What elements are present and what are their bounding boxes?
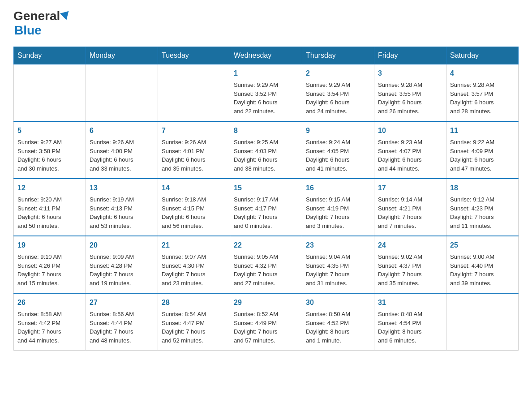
- weekday-header-tuesday: Tuesday: [158, 47, 230, 64]
- day-number: 15: [234, 183, 298, 193]
- day-number: 29: [234, 297, 298, 308]
- calendar-cell: 26Sunrise: 8:58 AMSunset: 4:42 PMDayligh…: [14, 293, 86, 351]
- day-info: Daylight: 6 hours: [450, 155, 515, 164]
- day-info: and 6 minutes.: [378, 336, 442, 345]
- day-info: and 0 minutes.: [234, 222, 298, 231]
- day-info: and 1 minute.: [306, 336, 370, 345]
- day-info: and 15 minutes.: [17, 279, 82, 288]
- calendar-body: 1Sunrise: 9:29 AMSunset: 3:52 PMDaylight…: [14, 64, 519, 351]
- calendar-cell: 22Sunrise: 9:05 AMSunset: 4:32 PMDayligh…: [230, 236, 302, 293]
- calendar-table: SundayMondayTuesdayWednesdayThursdayFrid…: [13, 47, 519, 351]
- day-info: Sunset: 4:52 PM: [306, 319, 370, 328]
- day-info: and 7 minutes.: [378, 222, 442, 231]
- day-info: Sunrise: 9:12 AM: [450, 195, 515, 204]
- logo-triangle-icon: [60, 11, 71, 21]
- calendar-cell: 17Sunrise: 9:14 AMSunset: 4:21 PMDayligh…: [374, 179, 446, 236]
- day-info: Sunset: 4:13 PM: [90, 204, 154, 213]
- weekday-header-sunday: Sunday: [14, 47, 86, 64]
- day-info: Daylight: 8 hours: [378, 327, 442, 336]
- calendar-cell: 30Sunrise: 8:50 AMSunset: 4:52 PMDayligh…: [302, 293, 374, 351]
- day-info: and 27 minutes.: [234, 279, 298, 288]
- calendar-cell: 4Sunrise: 9:28 AMSunset: 3:57 PMDaylight…: [446, 64, 519, 122]
- calendar-cell: 10Sunrise: 9:23 AMSunset: 4:07 PMDayligh…: [374, 121, 446, 179]
- day-info: Sunset: 3:54 PM: [306, 90, 370, 98]
- day-info: Daylight: 6 hours: [162, 155, 226, 164]
- day-info: Daylight: 7 hours: [17, 327, 82, 336]
- day-info: Daylight: 6 hours: [90, 155, 154, 164]
- day-info: Daylight: 6 hours: [306, 98, 370, 107]
- day-info: and 28 minutes.: [450, 107, 515, 116]
- day-info: and 26 minutes.: [378, 107, 442, 116]
- day-number: 30: [306, 297, 370, 308]
- day-info: Daylight: 7 hours: [378, 213, 442, 222]
- weekday-header-wednesday: Wednesday: [230, 47, 302, 64]
- page-header: GeneralBlue: [13, 9, 519, 38]
- day-info: Daylight: 7 hours: [306, 270, 370, 279]
- day-info: Sunrise: 8:54 AM: [162, 310, 226, 319]
- day-info: Daylight: 6 hours: [306, 155, 370, 164]
- calendar-cell: 24Sunrise: 9:02 AMSunset: 4:37 PMDayligh…: [374, 236, 446, 293]
- calendar-cell: 23Sunrise: 9:04 AMSunset: 4:35 PMDayligh…: [302, 236, 374, 293]
- day-info: Daylight: 6 hours: [17, 155, 82, 164]
- day-info: Daylight: 6 hours: [90, 213, 154, 222]
- calendar-cell: [158, 64, 230, 122]
- day-info: Sunset: 4:54 PM: [378, 319, 442, 328]
- day-number: 26: [17, 297, 82, 308]
- day-info: Sunrise: 9:25 AM: [234, 138, 298, 147]
- day-info: Sunrise: 9:29 AM: [234, 81, 298, 90]
- day-number: 9: [306, 125, 370, 136]
- day-info: Sunset: 4:05 PM: [306, 147, 370, 156]
- day-info: Daylight: 7 hours: [234, 327, 298, 336]
- day-number: 4: [450, 68, 515, 79]
- calendar-cell: 29Sunrise: 8:52 AMSunset: 4:49 PMDayligh…: [230, 293, 302, 351]
- day-info: Daylight: 6 hours: [17, 213, 82, 222]
- day-info: and 11 minutes.: [450, 222, 515, 231]
- day-number: 6: [90, 125, 154, 136]
- day-info: Sunset: 4:40 PM: [450, 261, 515, 270]
- day-info: Sunrise: 9:05 AM: [234, 253, 298, 261]
- calendar-cell: 12Sunrise: 9:20 AMSunset: 4:11 PMDayligh…: [14, 179, 86, 236]
- calendar-cell: 15Sunrise: 9:17 AMSunset: 4:17 PMDayligh…: [230, 179, 302, 236]
- day-info: Sunrise: 9:26 AM: [162, 138, 226, 147]
- day-number: 24: [378, 240, 442, 251]
- day-info: Sunrise: 9:24 AM: [306, 138, 370, 147]
- day-info: Sunset: 4:17 PM: [234, 204, 298, 213]
- calendar-week-row: 1Sunrise: 9:29 AMSunset: 3:52 PMDaylight…: [14, 64, 519, 122]
- day-info: Sunrise: 9:18 AM: [162, 195, 226, 204]
- calendar-week-row: 5Sunrise: 9:27 AMSunset: 3:58 PMDaylight…: [14, 121, 519, 179]
- day-info: Sunset: 3:57 PM: [450, 90, 515, 98]
- day-info: Sunset: 4:03 PM: [234, 147, 298, 156]
- weekday-header-saturday: Saturday: [446, 47, 519, 64]
- day-info: and 33 minutes.: [90, 164, 154, 173]
- day-info: Daylight: 6 hours: [378, 155, 442, 164]
- day-number: 3: [378, 68, 442, 79]
- calendar-week-row: 26Sunrise: 8:58 AMSunset: 4:42 PMDayligh…: [14, 293, 519, 351]
- day-info: Sunset: 4:42 PM: [17, 319, 82, 328]
- day-info: Sunrise: 9:14 AM: [378, 195, 442, 204]
- day-info: and 39 minutes.: [450, 279, 515, 288]
- day-info: Sunrise: 9:15 AM: [306, 195, 370, 204]
- day-info: Sunrise: 9:20 AM: [17, 195, 82, 204]
- day-info: and 24 minutes.: [306, 107, 370, 116]
- day-number: 18: [450, 183, 515, 193]
- day-number: 7: [162, 125, 226, 136]
- day-info: Sunset: 4:30 PM: [162, 261, 226, 270]
- day-info: and 41 minutes.: [306, 164, 370, 173]
- day-number: 14: [162, 183, 226, 193]
- day-info: Daylight: 8 hours: [306, 327, 370, 336]
- day-info: and 31 minutes.: [306, 279, 370, 288]
- day-number: 20: [90, 240, 154, 251]
- day-info: and 48 minutes.: [90, 336, 154, 345]
- day-info: Sunrise: 8:58 AM: [17, 310, 82, 319]
- logo: GeneralBlue: [13, 9, 71, 38]
- day-info: and 3 minutes.: [306, 222, 370, 231]
- calendar-cell: 1Sunrise: 9:29 AMSunset: 3:52 PMDaylight…: [230, 64, 302, 122]
- day-info: Sunrise: 9:09 AM: [90, 253, 154, 261]
- day-number: 1: [234, 68, 298, 79]
- day-info: Sunset: 4:19 PM: [306, 204, 370, 213]
- day-number: 2: [306, 68, 370, 79]
- day-info: and 30 minutes.: [17, 164, 82, 173]
- day-info: Daylight: 6 hours: [162, 213, 226, 222]
- calendar-cell: [446, 293, 519, 351]
- calendar-cell: 8Sunrise: 9:25 AMSunset: 4:03 PMDaylight…: [230, 121, 302, 179]
